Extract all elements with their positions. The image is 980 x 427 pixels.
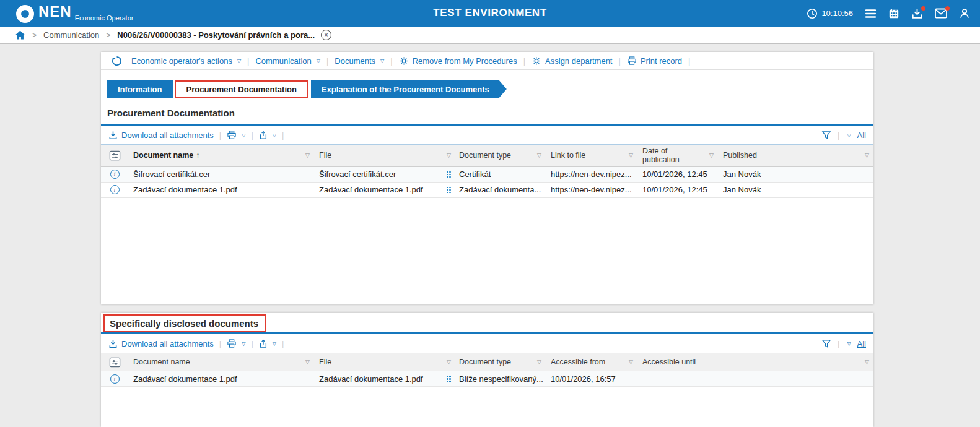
- controls-divider: |: [838, 339, 839, 348]
- file-actions-icon[interactable]: [447, 171, 451, 178]
- screen: NEN Economic Operator TEST ENVIRONMENT 1…: [0, 0, 980, 427]
- section-title-specifically-disclosed: Specifically disclosed documents: [103, 314, 266, 332]
- remove-from-my-procedures-button[interactable]: Remove from My Procedures: [399, 56, 517, 66]
- user-icon[interactable]: [959, 7, 970, 19]
- chevron-down-icon[interactable]: ▽: [847, 341, 851, 347]
- table-row[interactable]: i Zadávací dokumentace 1.pdf Zadávací do…: [101, 183, 873, 198]
- tab-explanation-documents[interactable]: Explanation of the Procurement Documents: [311, 80, 507, 98]
- column-header-published[interactable]: Published▽: [718, 145, 873, 166]
- column-header-accessible-from[interactable]: Accessible from▽: [546, 353, 637, 371]
- export-list-button[interactable]: ▽: [259, 339, 276, 348]
- file-actions-icon[interactable]: [447, 375, 451, 382]
- column-settings-button[interactable]: [101, 353, 128, 371]
- column-filter-icon[interactable]: ▽: [443, 359, 451, 365]
- column-header-document-type[interactable]: Document type▽: [454, 353, 546, 371]
- chevron-down-icon: ▽: [242, 132, 245, 138]
- tab-procurement-documentation[interactable]: Procurement Documentation: [175, 80, 308, 98]
- cell-date-of-publication: 10/01/2026, 12:45: [637, 170, 718, 179]
- cell-document-name: Zadávací dokumentace 1.pdf: [128, 374, 314, 384]
- chevron-down-icon: ▽: [242, 341, 245, 347]
- column-header-date-of-publication[interactable]: Date of publication▽: [637, 145, 718, 166]
- info-icon[interactable]: i: [110, 170, 120, 179]
- column-header-file[interactable]: File▽: [314, 145, 454, 166]
- column-filter-icon[interactable]: ▽: [533, 152, 541, 158]
- nen-logo-icon: [16, 5, 34, 23]
- list-controls: Download all attachments | ▽ | ▽ | | ▽ A…: [101, 126, 873, 145]
- gear-list-icon: [399, 56, 409, 66]
- breadcrumb-separator: >: [106, 31, 110, 40]
- info-icon[interactable]: i: [110, 185, 120, 194]
- print-list-button[interactable]: ▽: [227, 131, 245, 140]
- cell-file: Zadávací dokumentace 1.pdf: [319, 185, 423, 194]
- column-filter-icon[interactable]: ▽: [533, 359, 541, 365]
- download-all-attachments-button[interactable]: Download all attachments: [108, 131, 214, 140]
- column-settings-icon: [109, 356, 121, 368]
- cell-link-to-file[interactable]: https://nen-dev.nipez...: [546, 185, 637, 194]
- column-filter-icon[interactable]: ▽: [861, 152, 869, 158]
- menu-economic-operators-actions[interactable]: Economic operator's actions▽: [131, 56, 241, 66]
- assign-department-button[interactable]: Assign department: [532, 56, 612, 66]
- table-header: Document name ↑ ▽ File▽ Document type▽ L…: [101, 145, 873, 167]
- printer-icon: [627, 56, 637, 66]
- tab-information[interactable]: Information: [107, 80, 173, 98]
- home-icon[interactable]: [15, 30, 25, 40]
- cell-document-name: Zadávací dokumentace 1.pdf: [128, 185, 314, 194]
- menu-documents[interactable]: Documents▽: [335, 56, 384, 66]
- info-icon[interactable]: i: [110, 374, 120, 384]
- controls-divider: |: [282, 339, 284, 348]
- column-header-accessible-until[interactable]: Accessible until▽: [637, 353, 873, 371]
- download-all-attachments-button[interactable]: Download all attachments: [108, 339, 214, 348]
- list-controls: Download all attachments | ▽ | ▽ | | ▽ A…: [101, 334, 873, 353]
- nen-logo[interactable]: NEN Economic Operator: [16, 4, 133, 23]
- toolbar-divider: |: [523, 56, 525, 66]
- history-back-icon[interactable]: [111, 55, 123, 67]
- chevron-down-icon[interactable]: ▽: [847, 132, 851, 138]
- environment-title: TEST ENVIRONMENT: [433, 7, 546, 19]
- calendar-icon[interactable]: [888, 8, 899, 19]
- file-actions-icon[interactable]: [447, 186, 451, 194]
- breadcrumb-current[interactable]: N006/26/V00000383 - Poskytování právních…: [117, 30, 315, 40]
- cell-file: Šifrovací certifikát.cer: [319, 170, 396, 179]
- procurement-documents-table: Document name ↑ ▽ File▽ Document type▽ L…: [101, 145, 873, 198]
- cell-document-type: Certifikát: [454, 170, 546, 179]
- cell-link-to-file[interactable]: https://nen-dev.nipez...: [546, 170, 637, 179]
- table-row[interactable]: i Šifrovací certifikát.cer Šifrovací cer…: [101, 167, 873, 183]
- column-header-document-name[interactable]: Document name▽: [128, 353, 314, 371]
- chevron-down-icon: ▽: [237, 58, 241, 64]
- clock-widget: 10:10:56: [807, 8, 853, 19]
- column-filter-icon[interactable]: ▽: [443, 152, 451, 158]
- menu-communication[interactable]: Communication▽: [255, 56, 320, 66]
- column-filter-icon[interactable]: ▽: [625, 359, 633, 365]
- print-list-button[interactable]: ▽: [227, 339, 245, 348]
- close-record-icon[interactable]: ×: [321, 30, 331, 40]
- column-filter-icon[interactable]: ▽: [706, 152, 714, 158]
- table-row[interactable]: i Zadávací dokumentace 1.pdf Zadávací do…: [101, 371, 873, 387]
- column-filter-icon[interactable]: ▽: [302, 359, 310, 365]
- column-settings-icon: [109, 150, 121, 162]
- downloads-icon[interactable]: [911, 8, 923, 19]
- download-icon: [108, 131, 118, 140]
- filter-icon[interactable]: [821, 339, 831, 348]
- export-list-button[interactable]: ▽: [259, 131, 276, 140]
- column-header-document-type[interactable]: Document type▽: [454, 145, 546, 166]
- column-header-document-name[interactable]: Document name ↑ ▽: [128, 145, 314, 166]
- specifically-disclosed-panel: Specifically disclosed documents Downloa…: [101, 313, 873, 427]
- show-all-link[interactable]: All: [857, 131, 866, 140]
- menu-icon[interactable]: [865, 9, 877, 19]
- tab-bar: Information Procurement Documentation Ex…: [107, 80, 873, 98]
- column-filter-icon[interactable]: ▽: [625, 152, 633, 158]
- messages-icon[interactable]: [935, 8, 947, 19]
- column-header-file[interactable]: File▽: [314, 353, 454, 371]
- filter-icon[interactable]: [821, 131, 831, 140]
- controls-divider: |: [282, 131, 284, 140]
- column-settings-button[interactable]: [101, 145, 128, 166]
- appbar-actions: 10:10:56: [807, 0, 970, 27]
- print-record-button[interactable]: Print record: [627, 56, 682, 66]
- breadcrumb-item-communication[interactable]: Communication: [43, 30, 99, 40]
- column-filter-icon[interactable]: ▽: [302, 152, 310, 158]
- column-header-link-to-file[interactable]: Link to file▽: [546, 145, 637, 166]
- cell-file: Zadávací dokumentace 1.pdf: [319, 374, 423, 384]
- show-all-link[interactable]: All: [857, 339, 866, 348]
- column-filter-icon[interactable]: ▽: [861, 359, 869, 365]
- toolbar-divider: |: [618, 56, 620, 66]
